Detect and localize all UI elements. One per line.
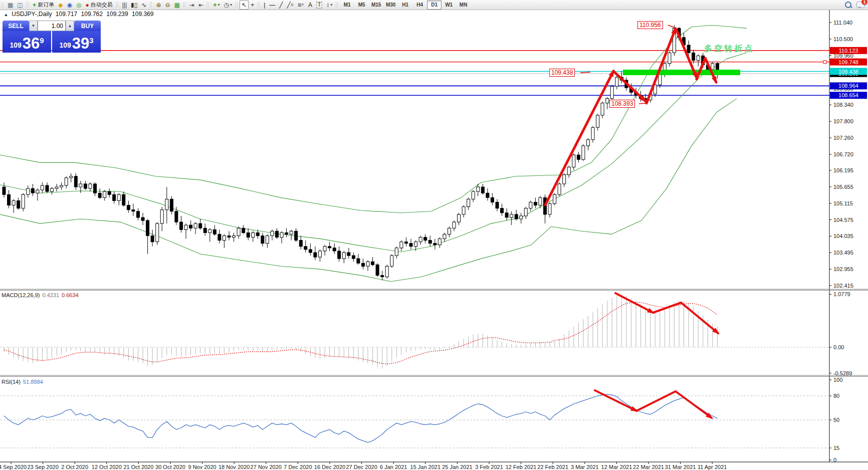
candle xyxy=(328,247,331,248)
group-grip xyxy=(183,2,186,8)
candle xyxy=(184,225,187,229)
autotrading-button[interactable]: ●自动交易 xyxy=(83,0,114,10)
channel-tool[interactable]: ╱E xyxy=(285,0,296,10)
vertical-line-tool[interactable]: | xyxy=(262,0,267,10)
ohlc-open: 109.717 xyxy=(56,11,77,18)
candle xyxy=(117,194,120,200)
buy-price[interactable]: 109 39 3 xyxy=(52,31,101,53)
chart-shift-icon[interactable]: ⇤ xyxy=(196,0,205,10)
trendline-tool[interactable]: ╱ xyxy=(277,0,285,10)
sell-price[interactable]: 109 36 9 xyxy=(3,31,51,53)
indicators-add-icon[interactable]: +▾ xyxy=(211,0,222,10)
timeframe-m30[interactable]: M30 xyxy=(383,1,398,10)
bar-chart-mode-icon: ||| xyxy=(122,2,127,8)
terminal-icon[interactable]: ◎ xyxy=(74,0,83,10)
toolbar-group: ▦◫ xyxy=(0,0,25,10)
green-support-zone[interactable] xyxy=(623,70,740,75)
date-tick-label: 25 Jan 2021 xyxy=(442,464,473,470)
candle xyxy=(409,244,412,247)
navigator-icon[interactable]: ◉ xyxy=(65,0,74,10)
tile-windows-icon[interactable]: ▦ xyxy=(172,0,182,10)
candle xyxy=(323,247,326,251)
timeframe-h1[interactable]: H1 xyxy=(398,1,412,10)
buy-price-figure: 109 xyxy=(59,39,71,51)
mid-price-label[interactable]: 109.438 xyxy=(549,69,575,77)
candle xyxy=(314,253,317,257)
periods-clock-icon[interactable]: ◷▾ xyxy=(222,0,235,10)
macd-scale-label: 1.0779 xyxy=(833,291,850,297)
macd-name: MACD(12,26,9) xyxy=(2,292,40,298)
auto-scroll-icon[interactable]: ⇥ xyxy=(187,0,196,10)
low-price-label[interactable]: 108.393 xyxy=(609,100,635,108)
rsi-arrows[interactable] xyxy=(595,390,713,419)
macd-histogram xyxy=(4,294,717,368)
price-badge-label: 109.438 xyxy=(838,69,858,75)
candle xyxy=(453,222,456,228)
candle xyxy=(98,193,101,197)
candle xyxy=(74,176,77,187)
new-chart-icon[interactable]: ▦ xyxy=(6,0,15,10)
fibonacci-tool[interactable]: ≡F xyxy=(296,0,306,10)
date-tick-label: 12 Oct 2020 xyxy=(92,464,122,470)
horizontal-line-tool: — xyxy=(269,2,275,8)
high-price-label[interactable]: 110.956 xyxy=(637,21,663,29)
timeframe-mn[interactable]: MN xyxy=(456,1,471,10)
date-tick-label: 22 Feb 2021 xyxy=(537,464,568,470)
volume-down-button[interactable]: ▼ xyxy=(29,21,38,31)
arrows-tool[interactable]: ↕▾ xyxy=(324,0,334,10)
date-axis[interactable]: 14 Sep 202023 Sep 20202 Oct 202012 Oct 2… xyxy=(0,462,868,470)
candle xyxy=(458,214,461,222)
candle xyxy=(319,251,322,257)
sell-button[interactable]: SELL xyxy=(3,21,29,31)
candle xyxy=(390,256,393,266)
candle xyxy=(659,74,662,85)
toolbar-group: |||▮▯∿ xyxy=(115,0,149,10)
timeframe-m15[interactable]: M15 xyxy=(369,1,383,10)
buy-button[interactable]: BUY xyxy=(74,21,101,31)
candle xyxy=(51,188,54,191)
axis-tick-label: 110.500 xyxy=(833,36,853,42)
bollinger-middle-line xyxy=(0,53,747,252)
timeframe-h4[interactable]: H4 xyxy=(412,1,427,10)
timeframe-m5[interactable]: M5 xyxy=(354,1,369,10)
line-chart-mode-icon[interactable]: ∿ xyxy=(139,0,148,10)
candle xyxy=(271,231,274,236)
chart-canvas[interactable]: 111.040110.500109.960108.880108.340107.8… xyxy=(0,0,868,470)
text-tool[interactable]: A xyxy=(306,0,314,10)
candle xyxy=(414,242,417,247)
candle xyxy=(208,229,211,232)
date-tick-label: 18 Nov 2020 xyxy=(219,464,250,470)
candle xyxy=(505,213,508,217)
text-label-tool[interactable]: T xyxy=(314,0,324,10)
timeframe-d1[interactable]: D1 xyxy=(427,1,442,10)
market-watch-icon[interactable]: ◆ xyxy=(56,0,65,10)
turning-point-note[interactable]: 多空转折点 xyxy=(704,44,754,54)
toolbar-group: +▾◷▾ xyxy=(205,0,234,10)
timeframe-w1[interactable]: W1 xyxy=(442,1,456,10)
fibonacci-tool: ≡ xyxy=(298,2,301,8)
candle xyxy=(228,236,231,238)
cursor-tool[interactable]: ↖ xyxy=(240,0,249,10)
crosshair-tool[interactable]: + xyxy=(249,0,256,10)
date-tick-label: 30 Oct 2020 xyxy=(155,464,185,470)
candle xyxy=(237,228,240,236)
candle xyxy=(606,99,609,103)
volume-up-button[interactable]: ▲ xyxy=(66,21,74,31)
candle xyxy=(515,214,518,219)
search-icon[interactable] xyxy=(845,2,851,8)
market-watch-icon: ◆ xyxy=(58,2,63,8)
timeframe-m1[interactable]: M1 xyxy=(340,1,354,10)
new-order-button[interactable]: +新订单 xyxy=(31,0,57,10)
candle xyxy=(366,262,369,266)
volume-input[interactable]: 1.00 xyxy=(38,21,66,31)
horizontal-line-tool[interactable]: — xyxy=(267,0,277,10)
profiles-icon[interactable]: ◫ xyxy=(15,0,25,10)
candlestick-mode-icon[interactable]: ▮▯ xyxy=(129,0,139,10)
zoom-in-icon[interactable]: ⊕ xyxy=(154,0,163,10)
bar-chart-mode-icon[interactable]: ||| xyxy=(120,0,129,10)
periods-clock-icon: ◷ xyxy=(224,2,229,8)
notifications-icon[interactable]: 1 xyxy=(856,2,865,8)
zoom-out-icon[interactable]: ⊖ xyxy=(163,0,172,10)
candle xyxy=(711,64,714,70)
trend-arrows[interactable] xyxy=(545,27,717,205)
